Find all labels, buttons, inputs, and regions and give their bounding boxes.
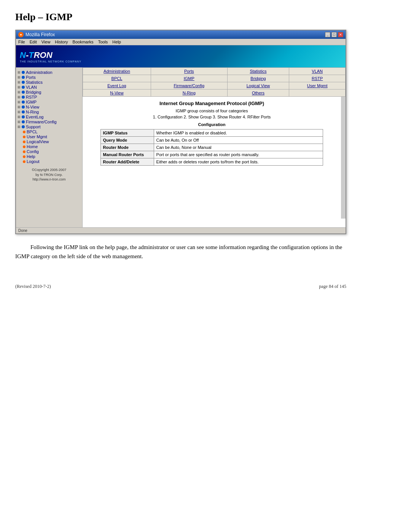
menu-edit[interactable]: Edit: [30, 40, 37, 44]
plus-icon: ⊞: [18, 125, 21, 129]
sidebar-item-support[interactable]: ⊞ Support: [18, 125, 81, 129]
sidebar-item-ports[interactable]: ⊞ Ports: [18, 75, 81, 80]
sidebar-label-administration: Administration: [26, 70, 53, 75]
sidebar-circle: [22, 125, 25, 128]
sidebar-circle-orange: [23, 145, 25, 148]
nav-logicalview[interactable]: Logical View: [227, 82, 289, 89]
content-heading: Internet Group Management Protocol (IGMP…: [88, 101, 336, 106]
plus-icon: ⊞: [18, 115, 21, 119]
content-body: Internet Group Management Protocol (IGMP…: [83, 97, 346, 219]
sidebar-item-igmp[interactable]: ⊞ IGMP: [18, 100, 81, 104]
menu-help[interactable]: Help: [112, 40, 121, 44]
plus-icon: ⊞: [18, 90, 21, 94]
nav-administration[interactable]: Administration: [83, 68, 151, 75]
menu-tools[interactable]: Tools: [98, 40, 108, 44]
sidebar-item-eventlog[interactable]: ⊞ EventLog: [18, 115, 81, 119]
table-label-router-mode: Router Mode: [100, 144, 154, 151]
sidebar-label-bridging: Bridging: [26, 90, 41, 94]
sidebar-item-bridging[interactable]: ⊞ Bridging: [18, 90, 81, 94]
nav-others[interactable]: Others: [227, 89, 289, 97]
copyright-text: ©Copyright 2005-2007by N-TRON Corp.http:…: [18, 168, 81, 182]
sidebar-circle: [22, 91, 25, 94]
sidebar-circle: [22, 105, 25, 109]
nav-nring[interactable]: N-Ring: [151, 89, 227, 97]
sidebar-item-logicalview[interactable]: LogicalView: [23, 139, 81, 144]
nav-firmware[interactable]: Firmware/Config: [151, 82, 227, 89]
ntron-logo-container: N-TRON THE INDUSTRIAL NETWORK COMPANY: [20, 50, 81, 63]
sidebar-label-config: Config: [27, 149, 39, 154]
footer-page: page 84 of 145: [319, 284, 346, 289]
sidebar-circle-orange: [23, 150, 25, 153]
sidebar-item-administration[interactable]: ⊞ Administration: [18, 70, 81, 75]
menu-history[interactable]: History: [55, 40, 68, 44]
nav-ports[interactable]: Ports: [151, 68, 227, 75]
sidebar-circle: [22, 96, 25, 99]
nav-rstp[interactable]: RSTP: [289, 75, 346, 82]
menu-view[interactable]: View: [41, 40, 51, 44]
maximize-button[interactable]: □: [331, 32, 337, 37]
main-layout: ⊞ Administration ⊞ Ports ⊞ Statistics ⊞ …: [16, 67, 346, 227]
sidebar-item-statistics[interactable]: ⊞ Statistics: [18, 80, 81, 85]
sidebar-circle: [22, 81, 25, 84]
sidebar-circle: [22, 101, 25, 104]
plus-icon: ⊞: [18, 95, 21, 99]
sidebar-label-nview: N-View: [26, 105, 39, 109]
sidebar-item-vlan[interactable]: ⊞ VLAN: [18, 85, 81, 89]
nav-igmp[interactable]: IGMP: [151, 75, 227, 82]
sidebar-item-usermgmt[interactable]: User Mgmt: [23, 134, 81, 139]
sidebar-label-logicalview: LogicalView: [27, 139, 49, 144]
sidebar-circle: [22, 110, 25, 113]
sidebar-label-help: Help: [27, 154, 35, 159]
table-row: Query Mode Can be Auto, On or Off: [100, 137, 323, 144]
nav-nview[interactable]: N-View: [83, 89, 151, 97]
menu-file[interactable]: File: [18, 40, 25, 44]
page-title: Help – IGMP: [15, 11, 396, 23]
plus-icon: ⊞: [18, 80, 21, 84]
sidebar-circle-orange: [23, 155, 25, 158]
table-label-igmp-status: IGMP Status: [100, 129, 154, 137]
nav-bridging[interactable]: Bridging: [227, 75, 289, 82]
sidebar-circle-orange: [23, 141, 25, 143]
footer: (Revised 2010-7-2) page 84 of 145: [15, 284, 346, 289]
table-row: Manual Router Ports Port or ports that a…: [100, 151, 323, 158]
sidebar-item-logout[interactable]: Logout: [23, 159, 81, 164]
sidebar-item-bpcl[interactable]: BPCL: [23, 129, 81, 134]
minimize-button[interactable]: _: [325, 32, 330, 37]
sidebar-label-eventlog: EventLog: [26, 115, 43, 119]
sidebar-item-nview[interactable]: ⊞ N-View: [18, 105, 81, 109]
sidebar-item-nring[interactable]: ⊞ N-Ring: [18, 110, 81, 114]
table-value-router-mode: Can be Auto, None or Manual: [154, 144, 323, 151]
browser-titlebar: ● Mozilla Firefox _ □ ✕: [16, 30, 346, 39]
sidebar-circle: [22, 115, 25, 118]
plus-icon: ⊞: [18, 85, 21, 89]
nav-table: Administration Ports Statistics VLAN BPC…: [83, 67, 346, 97]
table-label-manual-router-ports: Manual Router Ports: [100, 151, 154, 158]
sidebar-label-bpcl: BPCL: [27, 129, 38, 134]
sidebar-circle: [22, 86, 25, 89]
browser-title: ● Mozilla Firefox: [18, 32, 55, 37]
nav-usermgmt[interactable]: User Mgmt: [289, 82, 346, 89]
plus-icon: ⊞: [18, 70, 21, 74]
nav-statistics[interactable]: Statistics: [227, 68, 289, 75]
sidebar-item-firmware[interactable]: ⊞ Firmware/Config: [18, 120, 81, 124]
sidebar-item-rstp[interactable]: ⊞ RSTP: [18, 95, 81, 99]
sidebar-item-config[interactable]: Config: [23, 149, 81, 154]
sidebar-circle-orange: [23, 136, 25, 138]
browser-controls: _ □ ✕: [325, 32, 343, 37]
sidebar-circle: [22, 120, 25, 123]
sidebar-item-home[interactable]: Home: [23, 144, 81, 149]
nav-bpcl[interactable]: BPCL: [83, 75, 151, 82]
plus-icon: ⊞: [18, 100, 21, 104]
ntron-header: N-TRON THE INDUSTRIAL NETWORK COMPANY: [16, 45, 346, 67]
close-button[interactable]: ✕: [338, 32, 343, 37]
nav-vlan[interactable]: VLAN: [289, 68, 346, 75]
info-table: IGMP Status Whether IGMP is enabled or d…: [100, 129, 323, 166]
sidebar-label-usermgmt: User Mgmt: [27, 134, 47, 139]
sidebar-item-help[interactable]: Help: [23, 154, 81, 159]
browser-statusbar: Done: [16, 227, 346, 233]
sidebar-label-ports: Ports: [26, 75, 36, 80]
menu-bookmarks[interactable]: Bookmarks: [73, 40, 94, 44]
nav-eventlog[interactable]: Event Log: [83, 82, 151, 89]
nav-empty: [289, 89, 346, 97]
table-label-query-mode: Query Mode: [100, 137, 154, 144]
